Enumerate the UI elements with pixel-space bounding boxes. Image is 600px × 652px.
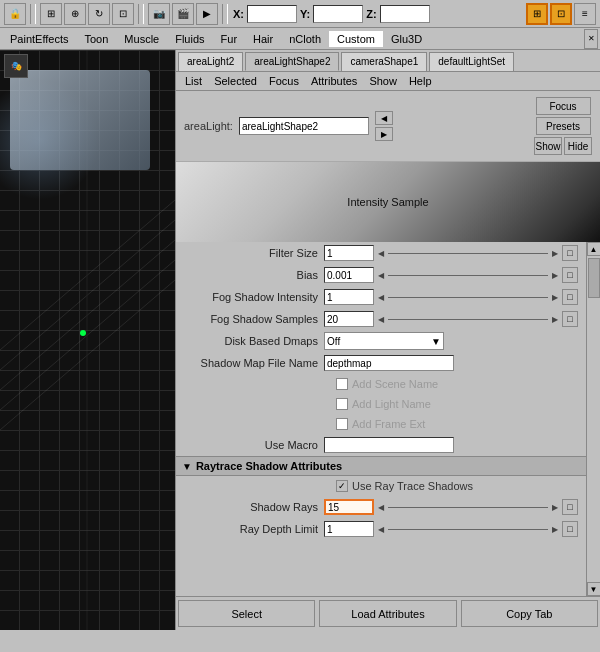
menu-toon[interactable]: Toon	[77, 31, 117, 47]
move-icon[interactable]: ⊕	[64, 3, 86, 25]
shadow-rays-box-btn[interactable]: □	[562, 499, 578, 515]
filter-size-row: Filter Size ◀ ▶ □	[176, 242, 586, 264]
raytrace-section-header[interactable]: ▼ Raytrace Shadow Attributes	[176, 456, 586, 476]
bias-box-btn[interactable]: □	[562, 267, 578, 283]
menu-glu3d[interactable]: Glu3D	[383, 31, 430, 47]
lock-icon[interactable]: 🔒	[4, 3, 26, 25]
y-label: Y:	[300, 8, 310, 20]
light-header: areaLight: ◀ ▶ Focus Presets Show Hide	[176, 91, 600, 162]
light-icon-btn2[interactable]: ▶	[375, 127, 393, 141]
attr-menu-list[interactable]: List	[180, 73, 207, 89]
show-button[interactable]: Show	[534, 137, 562, 155]
fog-samples-box-btn[interactable]: □	[562, 311, 578, 327]
light-name-input[interactable]	[239, 117, 369, 135]
fog-samples-label: Fog Shadow Samples	[184, 313, 324, 325]
render2-icon[interactable]: 🎬	[172, 3, 194, 25]
hide-button[interactable]: Hide	[564, 137, 592, 155]
tab-defaultlightset[interactable]: defaultLightSet	[429, 52, 514, 71]
dropdown-arrow-icon: ▼	[431, 336, 441, 347]
focus-button[interactable]: Focus	[536, 97, 591, 115]
y-input[interactable]	[313, 5, 363, 23]
scale-icon[interactable]: ⊡	[112, 3, 134, 25]
settings-icon[interactable]: ≡	[574, 3, 596, 25]
bias-slider-track	[388, 275, 548, 276]
attr-panel: areaLight2 areaLightShape2 cameraShape1 …	[175, 50, 600, 630]
x-input[interactable]	[247, 5, 297, 23]
add-scene-name-checkbox[interactable]	[336, 378, 348, 390]
menu-fur[interactable]: Fur	[213, 31, 246, 47]
menu-ncloth[interactable]: nCloth	[281, 31, 329, 47]
attr-menu-help[interactable]: Help	[404, 73, 437, 89]
disk-dmaps-label: Disk Based Dmaps	[184, 335, 324, 347]
tab-camerashape1[interactable]: cameraShape1	[341, 52, 427, 71]
tab-arealightshape2[interactable]: areaLightShape2	[245, 52, 339, 71]
add-frame-ext-checkbox[interactable]	[336, 418, 348, 430]
load-attributes-button[interactable]: Load Attributes	[319, 600, 456, 627]
attr-menu-show[interactable]: Show	[364, 73, 402, 89]
bias-slider-left: ◀	[378, 271, 384, 280]
render-icon[interactable]: 📷	[148, 3, 170, 25]
ray-depth-box-btn[interactable]: □	[562, 521, 578, 537]
intensity-label: Intensity Sample	[347, 196, 428, 208]
ray-depth-input[interactable]	[324, 521, 374, 537]
attr-menu: List Selected Focus Attributes Show Help	[176, 72, 600, 91]
bias-slider[interactable]: ◀ ▶	[378, 267, 558, 283]
scroll-thumb[interactable]	[588, 258, 600, 298]
rotate-icon[interactable]: ↻	[88, 3, 110, 25]
shadow-rays-slider[interactable]: ◀ ▶	[378, 499, 558, 515]
select-button[interactable]: Select	[178, 600, 315, 627]
filter-size-slider[interactable]: ◀ ▶	[378, 245, 558, 261]
intensity-area: Intensity Sample	[176, 162, 600, 242]
presets-button[interactable]: Presets	[536, 117, 591, 135]
select-icon[interactable]: ⊞	[40, 3, 62, 25]
shadow-map-label: Shadow Map File Name	[184, 357, 324, 369]
scroll-up-arrow[interactable]: ▲	[587, 242, 601, 256]
attr-menu-attributes[interactable]: Attributes	[306, 73, 362, 89]
bias-input[interactable]	[324, 267, 374, 283]
menu-hair[interactable]: Hair	[245, 31, 281, 47]
menu-muscle[interactable]: Muscle	[116, 31, 167, 47]
use-macro-label: Use Macro	[184, 439, 324, 451]
z-input[interactable]	[380, 5, 430, 23]
attr-menu-focus[interactable]: Focus	[264, 73, 304, 89]
slider-track	[388, 253, 548, 254]
shadow-map-input[interactable]	[324, 355, 454, 371]
x-label: X:	[233, 8, 244, 20]
light-icon-btn1[interactable]: ◀	[375, 111, 393, 125]
fog-intensity-label: Fog Shadow Intensity	[184, 291, 324, 303]
use-macro-input[interactable]	[324, 437, 454, 453]
slider-right-arrow: ▶	[552, 249, 558, 258]
use-raytrace-label: Use Ray Trace Shadows	[352, 480, 473, 492]
menu-painteffects[interactable]: PaintEffects	[2, 31, 77, 47]
disk-dmaps-dropdown[interactable]: Off ▼	[324, 332, 444, 350]
menu-custom[interactable]: Custom	[329, 31, 383, 47]
menu-close-btn[interactable]: ✕	[584, 29, 598, 49]
fog-samples-slider[interactable]: ◀ ▶	[378, 311, 558, 327]
ray-depth-slider[interactable]: ◀ ▶	[378, 521, 558, 537]
filter-size-box-btn[interactable]: □	[562, 245, 578, 261]
copy-tab-button[interactable]: Copy Tab	[461, 600, 598, 627]
right-scrollbar[interactable]: ▲ ▼	[586, 242, 600, 596]
fog-intensity-box-btn[interactable]: □	[562, 289, 578, 305]
attrs-container: Filter Size ◀ ▶ □ Bias ◀	[176, 242, 600, 596]
playblast-icon[interactable]: ▶	[196, 3, 218, 25]
shadow-rays-input[interactable]	[324, 499, 374, 515]
tab-arealight2[interactable]: areaLight2	[178, 52, 243, 71]
sep3	[222, 4, 228, 24]
filter-size-input[interactable]	[324, 245, 374, 261]
layout1-icon[interactable]: ⊞	[526, 3, 548, 25]
viewport-object	[10, 70, 150, 170]
fog-samples-input[interactable]	[324, 311, 374, 327]
bottom-bar: Select Load Attributes Copy Tab	[176, 596, 600, 630]
fog-intensity-slider[interactable]: ◀ ▶	[378, 289, 558, 305]
use-raytrace-checkbox[interactable]: ✓	[336, 480, 348, 492]
attr-menu-selected[interactable]: Selected	[209, 73, 262, 89]
attrs-scroll: Filter Size ◀ ▶ □ Bias ◀	[176, 242, 586, 596]
menu-fluids[interactable]: Fluids	[167, 31, 212, 47]
layout2-icon[interactable]: ⊡	[550, 3, 572, 25]
main-container: 🎭 areaLight2 areaLightShape2 cameraShape…	[0, 50, 600, 630]
fog-intensity-input[interactable]	[324, 289, 374, 305]
scroll-down-arrow[interactable]: ▼	[587, 582, 601, 596]
add-light-name-checkbox[interactable]	[336, 398, 348, 410]
add-frame-ext-label: Add Frame Ext	[352, 418, 425, 430]
